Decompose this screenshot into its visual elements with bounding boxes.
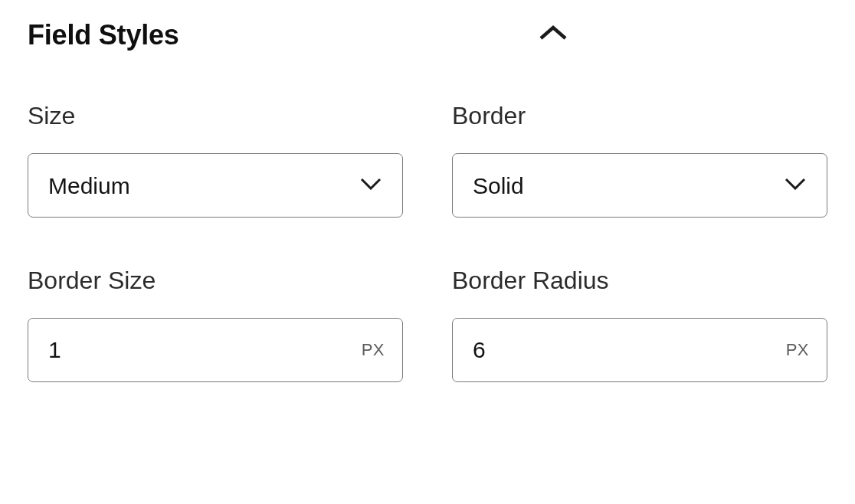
size-label: Size [28,102,403,130]
border-size-input-wrap: PX [28,318,403,382]
border-radius-label: Border Radius [452,267,827,295]
border-label: Border [452,102,827,130]
border-size-label: Border Size [28,267,403,295]
collapse-toggle-button[interactable] [532,18,575,51]
size-field: Size Medium [28,102,403,218]
size-select-wrap: Medium [28,153,403,218]
section-title: Field Styles [28,19,179,51]
field-styles-grid: Size Medium Border Solid Bor [28,102,827,382]
border-radius-field: Border Radius PX [452,267,827,382]
border-radius-input[interactable] [452,318,827,382]
border-select-wrap: Solid [452,153,827,218]
field-styles-section-header[interactable]: Field Styles [28,18,827,51]
border-size-input[interactable] [28,318,403,382]
border-size-field: Border Size PX [28,267,403,382]
border-select[interactable]: Solid [452,153,827,218]
border-field: Border Solid [452,102,827,218]
chevron-up-icon [538,25,568,45]
border-radius-input-wrap: PX [452,318,827,382]
size-select[interactable]: Medium [28,153,403,218]
